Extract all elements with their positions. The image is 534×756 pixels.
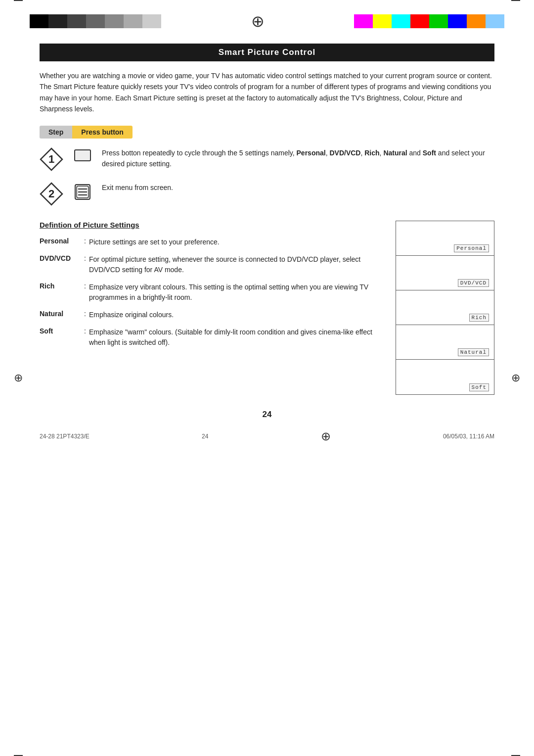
cs-3 <box>392 14 410 28</box>
step-icon-2 <box>72 182 93 200</box>
definitions-right: Personal DVD/VCD Rich Natural Soft <box>396 221 494 395</box>
svg-rect-3 <box>78 189 87 189</box>
top-bar <box>0 0 534 34</box>
step-text-1: Press botton repeatedly to cycle through… <box>102 147 494 170</box>
panel-label-dvd: DVD/VCD <box>458 279 489 287</box>
def-desc-personal: Picture settings are set to your prefere… <box>89 237 220 247</box>
panel-label-rich: Rich <box>469 314 489 322</box>
cs-6 <box>448 14 467 28</box>
def-desc-natural: Emphasize original colours. <box>89 310 174 320</box>
panel-label-soft: Soft <box>469 383 489 391</box>
grayscale-strip <box>30 14 161 28</box>
gs-4 <box>86 14 105 28</box>
color-strips <box>30 9 504 34</box>
panel-item-rich: Rich <box>396 290 494 325</box>
def-title: Defintion of Picture Settings <box>40 221 386 229</box>
def-row-soft: Soft : Emphasize "warm" colours. (Suitab… <box>40 327 386 348</box>
footer: 24-28 21PT4323/E 24 ⊕ 06/05/03, 11:16 AM <box>0 425 534 448</box>
setting-soft: Soft <box>423 149 436 157</box>
gs-6 <box>124 14 142 28</box>
def-desc-rich: Emphasize very vibrant colours. This set… <box>89 282 386 303</box>
def-term-soft: Soft <box>40 327 84 335</box>
panel-label-personal: Personal <box>454 244 489 252</box>
step-icon-1 <box>72 147 93 161</box>
intro-text: Whether you are watching a movie or vide… <box>40 70 494 115</box>
footer-crosshair: ⊕ <box>321 429 331 443</box>
page-number: 24 <box>40 410 494 420</box>
diamond-2: 2 <box>40 182 63 206</box>
step-row-1: 1 Press botton repeatedly to cycle throu… <box>40 147 494 171</box>
step-row-2: 2 Exit menu from screen. <box>40 182 494 206</box>
footer-right: 06/05/03, 11:16 AM <box>443 433 494 440</box>
step-number-1: 1 <box>40 147 63 171</box>
gs-2 <box>48 14 67 28</box>
def-term-personal: Personal <box>40 237 84 245</box>
cs-2 <box>373 14 392 28</box>
cs-5 <box>429 14 448 28</box>
cs-1 <box>354 14 373 28</box>
step-label: Step <box>40 126 72 139</box>
panel-label-natural: Natural <box>458 348 489 356</box>
def-row-natural: Natural : Emphasize original colours. <box>40 310 386 320</box>
def-row-dvd: DVD/VCD : For optimal picture setting, w… <box>40 254 386 275</box>
step-number-2: 2 <box>40 182 63 206</box>
def-term-natural: Natural <box>40 310 84 318</box>
panel-item-dvd: DVD/VCD <box>396 256 494 290</box>
def-desc-soft: Emphasize "warm" colours. (Suitable for … <box>89 327 386 348</box>
definitions-section: Defintion of Picture Settings Personal :… <box>40 221 494 395</box>
setting-dvd: DVD/VCD <box>329 149 360 157</box>
def-colon-5: : <box>84 327 86 335</box>
menu-icon <box>75 184 90 200</box>
gs-1 <box>30 14 48 28</box>
def-term-rich: Rich <box>40 282 84 290</box>
def-desc-dvd: For optimal picture setting, whenever th… <box>89 254 386 275</box>
def-colon-4: : <box>84 310 86 318</box>
setting-personal: Personal <box>297 149 326 157</box>
steps-container: 1 Press botton repeatedly to cycle throu… <box>40 147 494 206</box>
rect-icon <box>74 149 91 161</box>
def-colon-3: : <box>84 282 86 290</box>
cs-8 <box>486 14 504 28</box>
panel-item-natural: Natural <box>396 325 494 360</box>
press-button-label: Press button <box>72 126 133 139</box>
gs-5 <box>105 14 124 28</box>
gs-3 <box>67 14 86 28</box>
step-num-text-2: 2 <box>48 188 54 200</box>
setting-natural: Natural <box>383 149 407 157</box>
step-num-text-1: 1 <box>48 153 54 166</box>
def-colon-1: : <box>84 237 86 245</box>
def-row-personal: Personal : Picture settings are set to y… <box>40 237 386 247</box>
def-row-rich: Rich : Emphasize very vibrant colours. T… <box>40 282 386 303</box>
step-header: Step Press button <box>40 126 494 139</box>
setting-rich: Rich <box>364 149 379 157</box>
panel-item-soft: Soft <box>396 360 494 394</box>
footer-center-number: 24 <box>202 433 208 440</box>
step-text-2: Exit menu from screen. <box>102 182 494 193</box>
definitions-left: Defintion of Picture Settings Personal :… <box>40 221 396 395</box>
top-crosshair <box>245 9 270 34</box>
diamond-1: 1 <box>40 147 63 171</box>
def-colon-2: : <box>84 254 86 262</box>
cs-7 <box>467 14 486 28</box>
main-content: Smart Picture Control Whether you are wa… <box>0 34 534 420</box>
svg-rect-4 <box>78 191 87 192</box>
panel-item-personal: Personal <box>396 221 494 256</box>
color-strip-right <box>354 14 504 28</box>
def-term-dvd: DVD/VCD <box>40 254 84 262</box>
svg-rect-5 <box>78 194 87 195</box>
footer-left: 24-28 21PT4323/E <box>40 433 89 440</box>
page-title: Smart Picture Control <box>40 44 494 61</box>
cs-4 <box>410 14 429 28</box>
gs-7 <box>142 14 161 28</box>
